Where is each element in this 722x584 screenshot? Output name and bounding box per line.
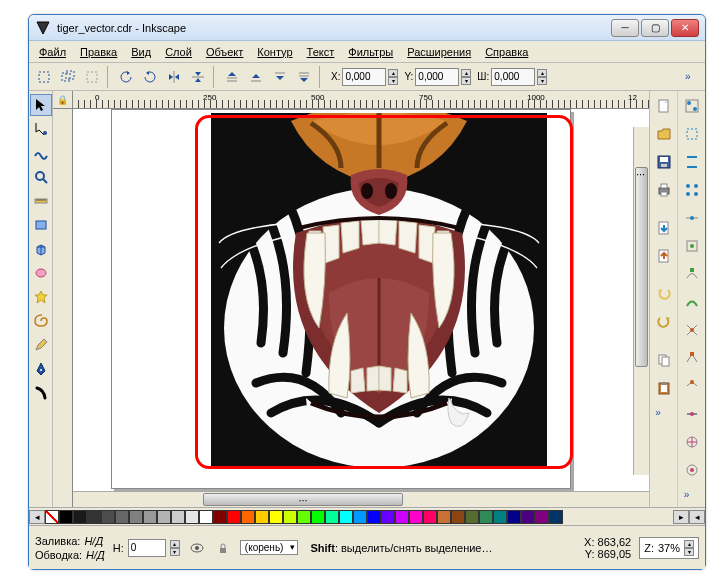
x-spin-down[interactable]: ▾ (388, 77, 398, 85)
deselect-button[interactable] (81, 66, 103, 88)
opacity-spin-down[interactable]: ▾ (170, 548, 180, 556)
snap-rotation-button[interactable] (680, 458, 704, 482)
swatch[interactable] (59, 510, 73, 524)
swatch[interactable] (409, 510, 423, 524)
y-spin-up[interactable]: ▴ (461, 69, 471, 77)
layer-select[interactable]: (корень) (240, 540, 299, 555)
swatch[interactable] (507, 510, 521, 524)
titlebar[interactable]: tiger_vector.cdr - Inkscape ─ ▢ ✕ (29, 15, 705, 41)
y-input[interactable] (415, 68, 459, 86)
palette-scroll-right[interactable]: ▸ (673, 510, 689, 524)
snap-path-button[interactable] (680, 290, 704, 314)
zoom-spin-down[interactable]: ▾ (684, 548, 694, 556)
swatch[interactable] (549, 510, 563, 524)
scrollbar-v-thumb[interactable]: ··· (635, 167, 648, 367)
swatch[interactable] (521, 510, 535, 524)
ellipse-tool[interactable] (30, 262, 52, 284)
flip-v-button[interactable] (187, 66, 209, 88)
rotate-cw-button[interactable] (139, 66, 161, 88)
spiral-tool[interactable] (30, 310, 52, 332)
swatch[interactable] (213, 510, 227, 524)
snap-center-button[interactable] (680, 234, 704, 258)
pencil-tool[interactable] (30, 334, 52, 356)
swatch[interactable] (157, 510, 171, 524)
palette-scroll-left[interactable]: ◂ (29, 510, 45, 524)
select-all-button[interactable] (33, 66, 55, 88)
swatch[interactable] (395, 510, 409, 524)
minimize-button[interactable]: ─ (611, 19, 639, 37)
pen-tool[interactable] (30, 358, 52, 380)
w-spin-down[interactable]: ▾ (537, 77, 547, 85)
snap-bbox-button[interactable] (680, 122, 704, 146)
menu-edit[interactable]: Правка (74, 44, 123, 60)
zoom-tool[interactable] (30, 166, 52, 188)
raise-button[interactable] (245, 66, 267, 88)
palette-menu[interactable]: ◂ (689, 510, 705, 524)
maximize-button[interactable]: ▢ (641, 19, 669, 37)
snap-edge-button[interactable] (680, 150, 704, 174)
swatch[interactable] (143, 510, 157, 524)
zoom-value[interactable]: 37% (658, 542, 680, 554)
scrollbar-h-thumb[interactable]: ··· (203, 493, 403, 506)
swatch[interactable] (227, 510, 241, 524)
snap-button[interactable] (680, 94, 704, 118)
swatch[interactable] (325, 510, 339, 524)
swatch[interactable] (465, 510, 479, 524)
menu-help[interactable]: Справка (479, 44, 534, 60)
calligraphy-tool[interactable] (30, 382, 52, 404)
swatch[interactable] (297, 510, 311, 524)
swatch[interactable] (535, 510, 549, 524)
redo-button[interactable] (652, 310, 676, 334)
snap-corner-button[interactable] (680, 178, 704, 202)
swatch[interactable] (115, 510, 129, 524)
snap-smooth-button[interactable] (680, 374, 704, 398)
x-input[interactable] (342, 68, 386, 86)
menu-extensions[interactable]: Расширения (401, 44, 477, 60)
swatch[interactable] (437, 510, 451, 524)
rect-tool[interactable] (30, 214, 52, 236)
scrollbar-vertical[interactable]: ··· (633, 127, 649, 475)
raise-top-button[interactable] (221, 66, 243, 88)
x-spin-up[interactable]: ▴ (388, 69, 398, 77)
menu-path[interactable]: Контур (251, 44, 298, 60)
zoom-spin-up[interactable]: ▴ (684, 540, 694, 548)
import-button[interactable] (652, 216, 676, 240)
w-input[interactable] (491, 68, 535, 86)
selector-tool[interactable] (30, 94, 52, 116)
3dbox-tool[interactable] (30, 238, 52, 260)
swatch[interactable] (185, 510, 199, 524)
swatch[interactable] (129, 510, 143, 524)
layer-lock-toggle[interactable] (214, 539, 232, 557)
open-button[interactable] (652, 122, 676, 146)
snap-intersect-button[interactable] (680, 318, 704, 342)
paste-button[interactable] (652, 376, 676, 400)
snap-midpoint-button[interactable] (680, 206, 704, 230)
swatch[interactable] (339, 510, 353, 524)
swatch[interactable] (199, 510, 213, 524)
swatch[interactable] (311, 510, 325, 524)
swatch-none[interactable] (45, 510, 59, 524)
star-tool[interactable] (30, 286, 52, 308)
ruler-horizontal[interactable]: 0 250 500 750 1000 12 (73, 91, 649, 109)
y-spin-down[interactable]: ▾ (461, 77, 471, 85)
w-spin-up[interactable]: ▴ (537, 69, 547, 77)
opacity-spin-up[interactable]: ▴ (170, 540, 180, 548)
copy-button[interactable] (652, 348, 676, 372)
ruler-vertical[interactable] (53, 109, 73, 507)
swatch[interactable] (283, 510, 297, 524)
menu-text[interactable]: Текст (301, 44, 341, 60)
select-all-layers-button[interactable] (57, 66, 79, 88)
swatch[interactable] (241, 510, 255, 524)
snap-object-center-button[interactable] (680, 430, 704, 454)
menu-view[interactable]: Вид (125, 44, 157, 60)
swatch[interactable] (451, 510, 465, 524)
lower-button[interactable] (269, 66, 291, 88)
swatch[interactable] (381, 510, 395, 524)
undo-button[interactable] (652, 282, 676, 306)
toolbar-overflow[interactable]: » (685, 71, 701, 82)
snap-line-mid-button[interactable] (680, 402, 704, 426)
swatch[interactable] (101, 510, 115, 524)
layer-visibility-toggle[interactable] (188, 539, 206, 557)
swatch[interactable] (353, 510, 367, 524)
swatch[interactable] (367, 510, 381, 524)
